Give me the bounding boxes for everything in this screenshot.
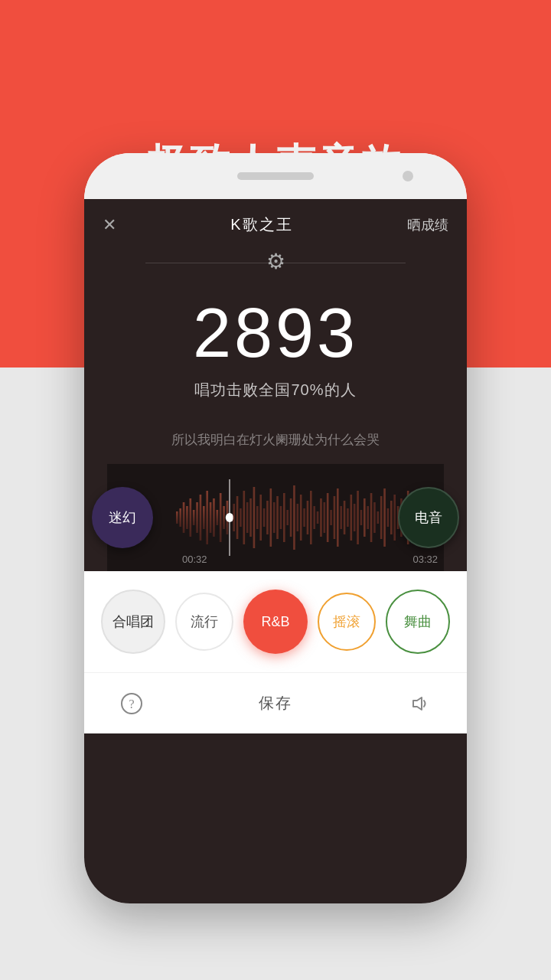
svg-rect-38: [300, 495, 302, 541]
svg-rect-6: [196, 502, 198, 533]
svg-rect-14: [223, 506, 225, 529]
svg-rect-58: [367, 506, 369, 529]
phone-camera: [403, 171, 413, 181]
svg-rect-19: [236, 496, 239, 539]
phone-mockup: ✕ K歌之王 晒成绩 ⚙ 2893 唱功击败全国70%的人 所以我明白在灯火阑珊…: [84, 153, 467, 903]
svg-rect-9: [206, 491, 208, 544]
svg-rect-25: [256, 506, 259, 529]
screen-title: K歌之王: [230, 214, 292, 235]
style-selector: 合唱团 流行 R&B 摇滚 舞曲: [84, 571, 467, 672]
close-button[interactable]: ✕: [103, 215, 116, 235]
svg-rect-48: [334, 496, 336, 539]
style-button-pop[interactable]: 流行: [175, 593, 233, 651]
svg-rect-50: [340, 506, 342, 529]
phone-top-bar: [84, 153, 467, 199]
svg-rect-31: [276, 496, 279, 539]
svg-rect-7: [200, 495, 202, 541]
style-button-rnb[interactable]: R&B: [243, 590, 308, 654]
svg-rect-53: [350, 495, 353, 541]
divider-top: ⚙: [145, 263, 406, 263]
svg-rect-33: [283, 493, 285, 542]
svg-rect-3: [186, 506, 188, 529]
medal-icon: ⚙: [266, 249, 285, 274]
svg-rect-8: [203, 506, 205, 529]
time-current: 00:32: [182, 554, 207, 565]
score-area: ⚙ 2893 唱功击败全国70%的人: [84, 247, 467, 431]
svg-rect-44: [320, 498, 322, 537]
svg-rect-36: [293, 485, 295, 550]
waveform-container: 00:32 03:32: [107, 464, 444, 571]
svg-rect-35: [290, 498, 292, 537]
lyrics-text: 所以我明白在灯火阑珊处为什么会哭: [84, 431, 467, 449]
svg-rect-39: [303, 508, 305, 527]
svg-point-17: [226, 513, 234, 522]
svg-text:?: ?: [129, 697, 134, 710]
svg-rect-62: [380, 496, 383, 539]
style-button-dance[interactable]: 舞曲: [386, 590, 450, 654]
svg-rect-28: [266, 501, 269, 534]
phone-speaker: [237, 172, 314, 180]
svg-rect-29: [270, 488, 272, 547]
svg-rect-63: [383, 488, 386, 547]
svg-rect-57: [364, 498, 366, 537]
svg-rect-4: [190, 498, 192, 537]
screen-header: ✕ K歌之王 晒成绩: [84, 199, 467, 247]
svg-rect-23: [249, 498, 252, 537]
svg-rect-12: [217, 510, 219, 525]
svg-rect-52: [347, 508, 349, 527]
bottom-toolbar: ? 保存: [84, 672, 467, 733]
style-button-chorus[interactable]: 合唱团: [101, 590, 165, 654]
svg-marker-83: [413, 697, 422, 710]
phone-screen: ✕ K歌之王 晒成绩 ⚙ 2893 唱功击败全国70%的人 所以我明白在灯火阑珊…: [84, 199, 467, 903]
svg-rect-61: [377, 511, 380, 524]
volume-icon: [409, 693, 430, 714]
waveform-section: 迷幻 电音: [107, 464, 444, 571]
svg-rect-20: [240, 508, 242, 527]
effect-button-left[interactable]: 迷幻: [92, 487, 153, 548]
svg-rect-54: [354, 504, 356, 531]
score-number: 2893: [193, 299, 358, 368]
svg-rect-41: [310, 491, 312, 544]
time-total: 03:32: [412, 554, 438, 565]
svg-rect-40: [307, 501, 309, 534]
svg-rect-49: [337, 488, 339, 547]
save-button[interactable]: 保存: [259, 693, 292, 714]
svg-rect-30: [273, 502, 276, 533]
svg-rect-56: [360, 510, 363, 525]
svg-rect-47: [330, 510, 332, 525]
svg-rect-51: [344, 501, 346, 534]
effect-button-right[interactable]: 电音: [398, 487, 459, 548]
share-button[interactable]: 晒成绩: [407, 216, 448, 234]
svg-rect-10: [210, 502, 212, 533]
svg-rect-1: [179, 508, 181, 527]
svg-rect-55: [357, 491, 359, 544]
svg-rect-64: [387, 508, 390, 527]
svg-rect-5: [193, 510, 195, 525]
volume-button[interactable]: [403, 687, 436, 720]
svg-rect-32: [280, 506, 282, 529]
svg-rect-34: [286, 510, 289, 525]
svg-rect-42: [313, 506, 315, 529]
svg-rect-18: [233, 504, 235, 531]
svg-rect-59: [370, 493, 373, 542]
svg-rect-66: [393, 495, 396, 541]
svg-rect-26: [259, 495, 262, 541]
svg-rect-21: [243, 491, 246, 544]
help-button[interactable]: ?: [115, 687, 148, 720]
svg-rect-11: [213, 498, 215, 537]
svg-rect-24: [253, 487, 256, 548]
svg-rect-45: [324, 502, 326, 533]
svg-rect-60: [373, 502, 376, 533]
svg-rect-2: [183, 502, 185, 533]
score-description: 唱功击败全国70%的人: [194, 380, 356, 400]
svg-rect-13: [220, 493, 222, 542]
svg-rect-43: [317, 511, 319, 524]
svg-rect-37: [297, 504, 299, 531]
time-stamps: 00:32 03:32: [176, 554, 444, 565]
style-button-rock[interactable]: 摇滚: [318, 593, 376, 651]
help-icon: ?: [121, 693, 142, 714]
svg-rect-46: [327, 493, 329, 542]
svg-rect-0: [176, 511, 178, 524]
svg-rect-27: [263, 508, 266, 527]
svg-rect-22: [246, 502, 249, 533]
